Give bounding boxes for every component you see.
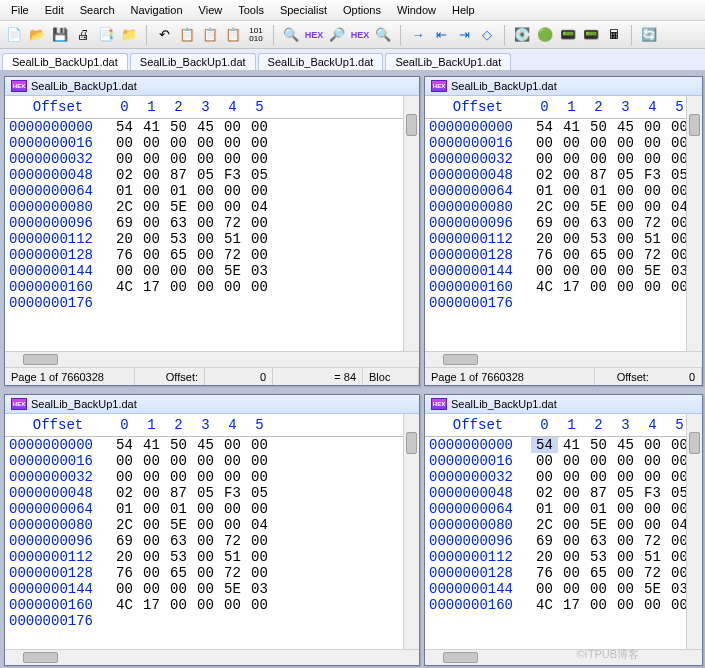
hex-grid[interactable]: Offset0123450000000000544150450000000000… [5, 96, 419, 351]
offset-cell[interactable]: 0000000016 [425, 453, 531, 469]
byte-cell[interactable]: 00 [639, 183, 666, 199]
byte-cell[interactable]: 00 [138, 453, 165, 469]
offset-cell[interactable]: 0000000160 [425, 279, 531, 295]
byte-cell[interactable]: 01 [531, 501, 558, 517]
offset-cell[interactable]: 0000000000 [425, 437, 531, 453]
byte-cell[interactable]: 53 [585, 549, 612, 565]
offset-cell[interactable]: 0000000080 [425, 517, 531, 533]
byte-cell[interactable] [165, 295, 192, 311]
byte-cell[interactable]: 00 [165, 135, 192, 151]
pane-titlebar[interactable]: HEXSealLib_BackUp1.dat [5, 77, 419, 96]
byte-cell[interactable]: F3 [219, 485, 246, 501]
byte-cell[interactable]: 00 [246, 501, 273, 517]
offset-cell[interactable]: 0000000176 [425, 295, 531, 311]
offset-cell[interactable]: 0000000016 [5, 135, 111, 151]
offset-cell[interactable]: 0000000160 [5, 279, 111, 295]
hex-row[interactable]: 0000000144000000005E03 [425, 581, 702, 597]
byte-cell[interactable]: 50 [165, 437, 192, 453]
hex-row[interactable]: 00000001604C1700000000 [425, 279, 702, 295]
tool1-icon[interactable]: 📟 [558, 25, 578, 45]
hex-row[interactable]: 0000000032000000000000 [425, 469, 702, 485]
hex-grid[interactable]: Offset0123450000000000544150450000000000… [425, 414, 702, 649]
byte-cell[interactable]: 00 [612, 453, 639, 469]
offset-cell[interactable]: 0000000064 [425, 501, 531, 517]
hex-body[interactable]: 0000000000544150450000000000001600000000… [425, 119, 702, 311]
clipboard-icon[interactable]: 📋 [200, 25, 220, 45]
byte-cell[interactable]: 00 [246, 231, 273, 247]
hex-row[interactable]: 0000000144000000005E03 [425, 263, 702, 279]
menu-edit[interactable]: Edit [38, 2, 71, 18]
offset-cell[interactable]: 0000000000 [5, 119, 111, 135]
byte-cell[interactable]: 00 [138, 199, 165, 215]
save-icon[interactable]: 💾 [50, 25, 70, 45]
byte-cell[interactable]: 5E [639, 581, 666, 597]
byte-cell[interactable]: 00 [612, 597, 639, 613]
byte-cell[interactable]: 72 [219, 533, 246, 549]
offset-cell[interactable]: 0000000096 [5, 533, 111, 549]
marker-icon[interactable]: ◇ [477, 25, 497, 45]
scrollbar-thumb[interactable] [443, 652, 478, 663]
copy-icon[interactable]: 📋 [177, 25, 197, 45]
byte-cell[interactable]: 5E [639, 263, 666, 279]
byte-cell[interactable]: 00 [165, 581, 192, 597]
hex-row[interactable]: 0000000032000000000000 [425, 151, 702, 167]
hex-row[interactable]: 0000000064010001000000 [5, 501, 419, 517]
refresh-icon[interactable]: 🔄 [639, 25, 659, 45]
ram-icon[interactable]: 🟢 [535, 25, 555, 45]
byte-cell[interactable]: 65 [165, 247, 192, 263]
byte-cell[interactable]: 00 [639, 279, 666, 295]
find-icon[interactable]: 🔍 [281, 25, 301, 45]
byte-cell[interactable]: F3 [639, 485, 666, 501]
byte-cell[interactable]: 00 [219, 597, 246, 613]
byte-cell[interactable]: 00 [192, 215, 219, 231]
offset-cell[interactable]: 0000000048 [5, 167, 111, 183]
byte-cell[interactable]: 00 [246, 533, 273, 549]
byte-cell[interactable]: 00 [192, 453, 219, 469]
horizontal-scrollbar[interactable] [5, 649, 419, 665]
byte-cell[interactable]: 00 [639, 199, 666, 215]
byte-cell[interactable]: 53 [585, 231, 612, 247]
hex-row[interactable]: 0000000000544150450000 [5, 437, 419, 453]
byte-cell[interactable]: 87 [165, 485, 192, 501]
offset-cell[interactable]: 0000000128 [425, 247, 531, 263]
byte-cell[interactable]: 72 [639, 565, 666, 581]
byte-cell[interactable]: 00 [192, 183, 219, 199]
byte-cell[interactable]: 63 [165, 215, 192, 231]
byte-cell[interactable]: 00 [165, 279, 192, 295]
byte-cell[interactable]: 00 [192, 517, 219, 533]
byte-cell[interactable]: 00 [219, 437, 246, 453]
byte-cell[interactable]: 41 [138, 437, 165, 453]
scrollbar-thumb[interactable] [406, 114, 417, 136]
byte-cell[interactable]: 03 [246, 581, 273, 597]
byte-cell[interactable]: 63 [585, 215, 612, 231]
byte-cell[interactable]: 45 [612, 437, 639, 453]
replace-hex-icon[interactable]: HEX [350, 25, 370, 45]
offset-cell[interactable]: 0000000080 [425, 199, 531, 215]
hex-row[interactable]: 000000004802008705F305 [425, 485, 702, 501]
byte-cell[interactable]: 00 [138, 501, 165, 517]
byte-cell[interactable]: 00 [138, 263, 165, 279]
offset-cell[interactable]: 0000000112 [5, 231, 111, 247]
byte-cell[interactable]: 01 [165, 183, 192, 199]
hex-row[interactable]: 0000000144000000005E03 [5, 581, 419, 597]
byte-cell[interactable]: 00 [138, 215, 165, 231]
byte-cell[interactable]: 5E [219, 263, 246, 279]
byte-cell[interactable]: 00 [192, 469, 219, 485]
horizontal-scrollbar[interactable] [425, 649, 702, 665]
byte-cell[interactable]: 00 [192, 263, 219, 279]
byte-cell[interactable]: 20 [531, 549, 558, 565]
find-next-icon[interactable]: 🔎 [327, 25, 347, 45]
hex-row[interactable]: 0000000016000000000000 [425, 453, 702, 469]
goto-icon[interactable]: → [408, 25, 428, 45]
byte-cell[interactable]: 00 [612, 263, 639, 279]
byte-cell[interactable]: 00 [558, 501, 585, 517]
byte-cell[interactable]: 00 [558, 485, 585, 501]
menu-view[interactable]: View [192, 2, 230, 18]
byte-cell[interactable] [219, 295, 246, 311]
byte-cell[interactable]: 65 [585, 247, 612, 263]
byte-cell[interactable] [558, 295, 585, 311]
byte-cell[interactable]: 00 [558, 183, 585, 199]
offset-cell[interactable]: 0000000032 [5, 151, 111, 167]
byte-cell[interactable]: 00 [219, 517, 246, 533]
byte-cell[interactable]: 00 [585, 597, 612, 613]
